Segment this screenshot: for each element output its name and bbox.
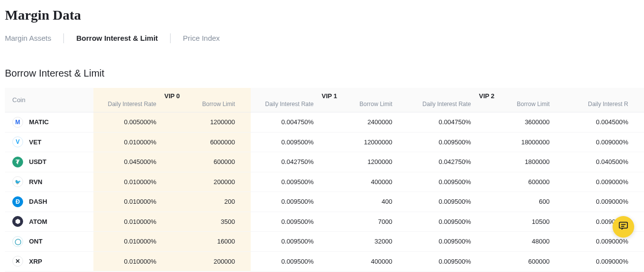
table-row: 0.009500% 10500	[408, 212, 565, 232]
coin-symbol: MATIC	[29, 118, 49, 126]
coin-symbol: XRP	[29, 258, 42, 265]
table-row: V VET	[5, 133, 93, 153]
limit-value: 600	[487, 198, 565, 205]
limit-value: 1200000	[172, 118, 251, 126]
rate-value: 0.009000%	[565, 238, 644, 245]
section-title: Borrow Interest & Limit	[0, 58, 644, 88]
coin-cell: Đ DASH	[5, 196, 47, 207]
table-row: 0.009000%	[565, 133, 644, 153]
rate-value: 0.009500%	[251, 178, 329, 186]
table-row: 0.009000%	[565, 232, 644, 252]
limit-value: 12000000	[329, 138, 408, 146]
limit-value: 48000	[487, 238, 565, 245]
table-row: ₮ USDT	[5, 152, 93, 172]
limit-value: 7000	[329, 218, 408, 225]
table-row: 0.009500% 600000	[408, 252, 565, 272]
coin-symbol: RVN	[29, 178, 42, 186]
coin-icon: ⬢	[12, 216, 23, 227]
rate-header-partial: Daily Interest R	[565, 101, 644, 108]
table-row: 0.042750% 1800000	[408, 152, 565, 172]
page-title: Margin Data	[0, 0, 644, 33]
coin-cell: ◯ ONT	[5, 236, 42, 247]
tab-price-index[interactable]: Price Index	[183, 33, 220, 43]
table-row: 0.009500% 48000	[408, 232, 565, 252]
vip2-label: VIP 2	[408, 92, 565, 100]
limit-value: 200	[172, 198, 251, 205]
rate-value: 0.005000%	[93, 118, 172, 126]
coin-icon: ✕	[12, 256, 23, 267]
coin-cell: ₮ USDT	[5, 157, 46, 167]
limit-value: 3600000	[487, 118, 565, 126]
tab-separator	[63, 33, 64, 43]
rate-value: 0.004750%	[251, 118, 329, 126]
table-row: 0.004750% 3600000	[408, 112, 565, 133]
table-row: Đ DASH	[5, 192, 93, 212]
limit-value: 400000	[329, 258, 408, 265]
limit-header: Borrow Limit	[172, 101, 251, 108]
table-row: 0.010000% 200	[93, 192, 251, 212]
limit-value: 10500	[487, 218, 565, 225]
rate-value: 0.009500%	[408, 258, 487, 265]
vip2-column: VIP 2 Daily Interest Rate Borrow Limit 0…	[408, 88, 565, 272]
rate-value: 0.010000%	[93, 218, 172, 225]
table-row: 0.009500% 400000	[251, 252, 408, 272]
table-row: 0.009500% 600000	[408, 172, 565, 192]
coin-icon: M	[12, 117, 23, 128]
table-row: 0.010000% 200000	[93, 172, 251, 192]
coin-icon: ◯	[12, 236, 23, 247]
coin-icon: ₮	[12, 157, 23, 167]
rate-value: 0.009500%	[408, 218, 487, 225]
rate-value: 0.009500%	[408, 138, 487, 146]
vip1-column: VIP 1 Daily Interest Rate Borrow Limit 0…	[251, 88, 408, 272]
rate-header: Daily Interest Rate	[408, 101, 487, 108]
rate-value: 0.009500%	[251, 198, 329, 205]
tab-margin-assets[interactable]: Margin Assets	[5, 33, 51, 43]
coin-cell: ✕ XRP	[5, 256, 42, 267]
rate-value: 0.009500%	[408, 178, 487, 186]
table-row: 0.045000% 600000	[93, 152, 251, 172]
tab-borrow-interest-limit[interactable]: Borrow Interest & Limit	[76, 33, 158, 43]
limit-value: 200000	[172, 178, 251, 186]
coin-cell: ⬢ ATOM	[5, 216, 47, 227]
table-row: 0.009000%	[565, 172, 644, 192]
limit-value: 600000	[172, 158, 251, 165]
table-row: 0.009500% 600	[408, 192, 565, 212]
coin-cell: M MATIC	[5, 117, 49, 128]
limit-value: 200000	[172, 258, 251, 265]
limit-header: Borrow Limit	[487, 101, 565, 108]
table-row: ✕ XRP	[5, 252, 93, 272]
table-row: ◯ ONT	[5, 232, 93, 252]
table-row: 0.009000%	[565, 252, 644, 272]
rate-value: 0.010000%	[93, 178, 172, 186]
vip0-label: VIP 0	[93, 92, 251, 100]
limit-value: 400	[329, 198, 408, 205]
chat-button[interactable]	[613, 216, 634, 238]
rate-value: 0.004750%	[408, 118, 487, 126]
rate-value: 0.009000%	[565, 258, 644, 265]
coin-icon: V	[12, 136, 23, 147]
limit-value: 600000	[487, 178, 565, 186]
limit-value: 600000	[487, 258, 565, 265]
coin-cell: 🐦 RVN	[5, 176, 42, 187]
vip3-header: Daily Interest R	[565, 88, 644, 112]
table-row: 0.009500% 7000	[251, 212, 408, 232]
coin-symbol: DASH	[29, 198, 47, 205]
rate-value: 0.009500%	[251, 238, 329, 245]
vip2-header: VIP 2 Daily Interest Rate Borrow Limit	[408, 88, 565, 112]
rate-value: 0.045000%	[93, 158, 172, 165]
rate-value: 0.010000%	[93, 198, 172, 205]
table-row: 🐦 RVN	[5, 172, 93, 192]
tabs-bar: Margin Assets Borrow Interest & Limit Pr…	[0, 33, 644, 58]
rate-value: 0.042750%	[251, 158, 329, 165]
limit-value: 400000	[329, 178, 408, 186]
svg-rect-0	[619, 222, 628, 228]
rate-value: 0.004500%	[565, 118, 644, 126]
rate-value: 0.009000%	[565, 138, 644, 146]
table-row: 0.004500%	[565, 112, 644, 133]
limit-header: Borrow Limit	[329, 101, 408, 108]
coin-column: Coin M MATIC V VET ₮ USDT 🐦 RVN	[5, 88, 93, 272]
table-row: 0.004750% 2400000	[251, 112, 408, 133]
vip1-header: VIP 1 Daily Interest Rate Borrow Limit	[251, 88, 408, 112]
table-row: 0.010000% 200000	[93, 252, 251, 272]
coin-symbol: ONT	[29, 238, 42, 245]
